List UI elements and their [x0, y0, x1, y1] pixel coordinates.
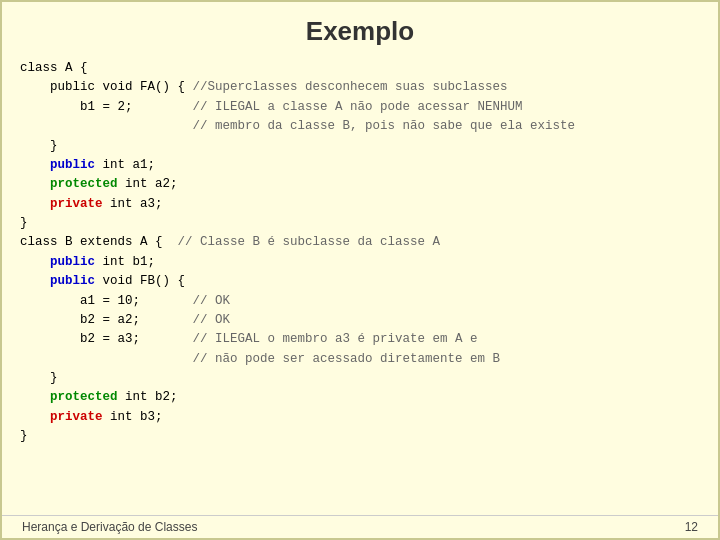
code-line: public void FA() { //Superclasses descon… [20, 78, 700, 97]
slide-title: Exemplo [2, 2, 718, 55]
code-token: public [50, 274, 95, 288]
code-line: } [20, 214, 700, 233]
code-line: } [20, 137, 700, 156]
code-token: public [50, 158, 95, 172]
code-token: private [50, 197, 103, 211]
code-line: public int b1; [20, 253, 700, 272]
code-token: a1 = 10; [20, 294, 193, 308]
code-token: void FB() { [95, 274, 185, 288]
code-token: } [20, 371, 58, 385]
code-line: class B extends A { // Classe B é subcla… [20, 233, 700, 252]
code-token [20, 197, 50, 211]
code-token: int b3; [103, 410, 163, 424]
code-token: // Classe B é subclasse da classe A [178, 235, 441, 249]
code-token: public void FA() { [20, 80, 193, 94]
code-line: // não pode ser acessado diretamente em … [20, 350, 700, 369]
code-token: // não pode ser acessado diretamente em … [193, 352, 501, 366]
code-line: b2 = a2; // OK [20, 311, 700, 330]
code-line: a1 = 10; // OK [20, 292, 700, 311]
code-token: } [20, 216, 28, 230]
code-token: int a2; [118, 177, 178, 191]
code-token: class B extends A { [20, 235, 178, 249]
code-token: int a3; [103, 197, 163, 211]
code-line: private int a3; [20, 195, 700, 214]
code-token [20, 274, 50, 288]
code-line: b1 = 2; // ILEGAL a classe A não pode ac… [20, 98, 700, 117]
code-token: private [50, 410, 103, 424]
code-line: } [20, 427, 700, 446]
code-token [20, 410, 50, 424]
code-token: b1 = 2; [20, 100, 193, 114]
code-line: public void FB() { [20, 272, 700, 291]
code-token [20, 255, 50, 269]
code-token: // membro da classe B, pois não sabe que… [193, 119, 576, 133]
code-token: class A { [20, 61, 88, 75]
code-token: int b2; [118, 390, 178, 404]
code-line: // membro da classe B, pois não sabe que… [20, 117, 700, 136]
code-token: // OK [193, 294, 231, 308]
footer-left: Herança e Derivação de Classes [22, 520, 197, 534]
footer: Herança e Derivação de Classes 12 [2, 515, 718, 538]
slide: Exemplo class A { public void FA() { //S… [0, 0, 720, 540]
code-token: public [50, 255, 95, 269]
code-line: b2 = a3; // ILEGAL o membro a3 é private… [20, 330, 700, 349]
code-token: b2 = a2; [20, 313, 193, 327]
code-token: // ILEGAL a classe A não pode acessar NE… [193, 100, 523, 114]
code-token [20, 352, 193, 366]
code-line: protected int a2; [20, 175, 700, 194]
code-token [20, 177, 50, 191]
code-token: b2 = a3; [20, 332, 193, 346]
footer-right: 12 [685, 520, 698, 534]
code-line: } [20, 369, 700, 388]
code-token [20, 119, 193, 133]
code-token: int b1; [95, 255, 155, 269]
code-token: //Superclasses desconhecem suas subclass… [193, 80, 508, 94]
code-token: // ILEGAL o membro a3 é private em A e [193, 332, 478, 346]
code-token: // OK [193, 313, 231, 327]
code-token: protected [50, 390, 118, 404]
code-token: int a1; [95, 158, 155, 172]
code-token [20, 158, 50, 172]
code-token: } [20, 139, 58, 153]
code-line: public int a1; [20, 156, 700, 175]
code-line: protected int b2; [20, 388, 700, 407]
code-line: private int b3; [20, 408, 700, 427]
code-token: protected [50, 177, 118, 191]
code-token [20, 390, 50, 404]
code-area: class A { public void FA() { //Superclas… [2, 55, 718, 515]
code-line: class A { [20, 59, 700, 78]
code-token: } [20, 429, 28, 443]
